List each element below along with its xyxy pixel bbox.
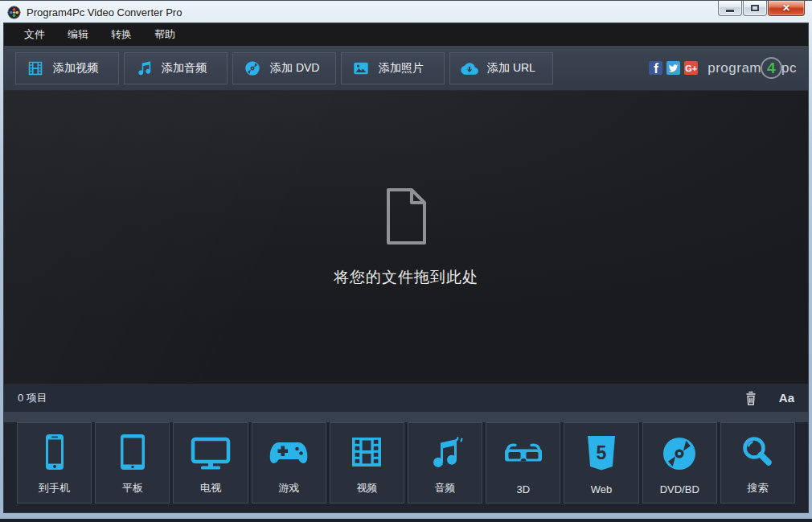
app-logo-icon [7,6,21,19]
add-video-label: 添加视频 [53,61,98,76]
add-url-label: 添加 URL [487,61,535,76]
tile-label: 平板 [122,481,143,503]
program4pc-logo: program4pc [707,57,797,79]
format-tile-tablet[interactable]: 平板 [95,422,170,504]
svg-text:5: 5 [597,442,607,462]
tile-label: 到手机 [39,481,70,503]
format-tile-tv[interactable]: 电视 [173,422,248,504]
panel-top-band [4,412,808,422]
googleplus-icon[interactable]: G+ [684,61,698,75]
disc-icon [660,434,699,473]
add-audio-label: 添加音频 [162,61,207,76]
film-strip-icon [347,433,386,471]
title-bar: Program4Pc Video Converter Pro ✕ [0,1,812,23]
toolbar-right-group: G+ program4pc [645,57,797,79]
format-tile-dvd[interactable]: DVD/BD [642,422,717,504]
format-tile-video[interactable]: 视频 [330,422,404,504]
close-icon: ✕ [782,3,790,13]
tile-label: 音频 [435,481,456,503]
add-url-button[interactable]: 添加 URL [449,52,553,84]
format-tile-3d[interactable]: 3D [486,422,560,504]
trash-icon[interactable] [744,390,758,406]
add-dvd-button[interactable]: 添加 DVD [232,52,336,84]
facebook-icon[interactable] [649,61,662,75]
music-note-icon [135,60,153,77]
format-tile-search[interactable]: 搜索 [720,422,795,504]
menu-edit[interactable]: 编辑 [56,23,100,46]
format-tile-phone[interactable]: 到手机 [17,422,92,504]
font-size-button[interactable]: Aa [779,391,794,405]
minimize-icon [726,10,734,12]
file-icon [383,187,429,246]
close-button[interactable]: ✕ [768,1,805,16]
search-icon [738,433,777,471]
toolbar: 添加视频 添加音频 添加 DVD [4,46,808,91]
logo-part2: pc [781,60,797,76]
menu-help[interactable]: 帮助 [143,23,187,46]
window-title: Program4Pc Video Converter Pro [27,6,182,18]
tile-label: Web [591,483,613,503]
gamepad-icon [268,433,310,471]
tv-icon [190,433,232,471]
tile-label: 视频 [356,481,377,503]
app-window: Program4Pc Video Converter Pro ✕ 文件 编辑 转… [0,0,812,522]
status-bar: 0 项目 Aa [4,384,808,412]
film-icon [27,60,44,77]
add-photo-label: 添加照片 [379,61,424,76]
menu-file[interactable]: 文件 [13,23,56,46]
tablet-icon [113,433,152,471]
maximize-icon [751,5,759,11]
add-photo-button[interactable]: 添加照片 [341,52,445,84]
tile-label: DVD/BD [660,483,699,503]
logo-part1: program [707,60,761,76]
menu-bar: 文件 编辑 转换 帮助 [4,23,808,46]
disc-icon [244,60,261,77]
menu-convert[interactable]: 转换 [100,23,143,46]
logo-digit: 4 [761,57,782,79]
window-controls: ✕ [717,1,805,16]
add-dvd-label: 添加 DVD [270,61,319,76]
tile-label: 电视 [200,481,221,503]
output-formats-panel: 到手机 平板 电视 [4,412,808,512]
3d-glasses-icon [502,434,545,473]
format-tile-audio[interactable]: 音频 [408,422,482,504]
format-tile-games[interactable]: 游戏 [252,422,326,504]
tile-label: 游戏 [278,481,299,503]
main-content: 文件 编辑 转换 帮助 添加视频 [4,23,808,512]
html5-icon: 5 [583,434,620,473]
file-drop-zone[interactable]: 将您的文件拖到此处 [4,91,808,384]
phone-icon [35,433,74,471]
statusbar-right-group: Aa [744,390,794,406]
add-video-button[interactable]: 添加视频 [15,52,119,84]
tile-label: 3D [517,483,531,503]
maximize-button[interactable] [743,1,767,16]
format-tile-web[interactable]: 5 Web [564,422,638,504]
items-count: 0 项目 [18,391,47,405]
cloud-download-icon [461,60,478,77]
drop-message: 将您的文件拖到此处 [334,267,478,288]
tile-label: 搜索 [747,481,768,503]
photo-icon [352,60,370,77]
add-audio-button[interactable]: 添加音频 [124,52,228,84]
twitter-icon[interactable] [666,61,680,75]
music-notes-icon [426,433,465,471]
minimize-button[interactable] [718,1,742,16]
format-tiles-row: 到手机 平板 电视 [4,422,808,504]
